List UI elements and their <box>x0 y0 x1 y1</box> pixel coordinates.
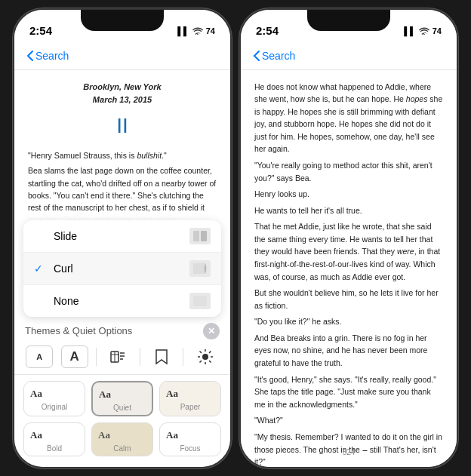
theme-label-calm: Calm <box>92 443 152 456</box>
separator-3 <box>183 348 183 366</box>
theme-label-bold: Bold <box>24 443 85 456</box>
theme-card-quiet[interactable]: Aa Quiet <box>91 381 153 416</box>
status-icons-left: ▌▌ 74 <box>177 26 215 35</box>
theme-card-bold[interactable]: Aa Bold <box>23 422 85 456</box>
theme-cards-grid: Aa Original Aa Quiet Aa Paper <box>14 375 230 467</box>
notch-right <box>307 10 390 31</box>
book-header: Brooklyn, New York March 13, 2015 II <box>28 81 217 142</box>
separator-2 <box>140 348 140 366</box>
left-phone: 2:54 ▌▌ 74 Search Brooklyn, New York Mar… <box>13 8 232 468</box>
svg-line-18 <box>209 351 211 352</box>
svg-rect-1 <box>193 231 199 241</box>
theme-text-focus: Aa <box>166 429 178 441</box>
back-button-right[interactable]: Search <box>253 50 295 62</box>
font-icon <box>109 349 126 365</box>
none-label: None <box>54 295 78 307</box>
slide-icon <box>189 228 211 244</box>
brightness-button[interactable] <box>192 345 219 368</box>
right-phone: 2:54 ▌▌ 74 Search He does not know what … <box>239 8 458 468</box>
brightness-icon <box>197 349 214 365</box>
bookmark-button[interactable] <box>148 345 175 368</box>
book-location: Brooklyn, New York March 13, 2015 <box>28 81 217 106</box>
bottom-overlay: Slide ✓ Curl <box>14 214 230 467</box>
status-icons-right: ▌▌ 74 <box>404 26 442 35</box>
book-content-right: He does not know what happened to Addie,… <box>241 70 457 468</box>
font-increase-button[interactable]: A <box>61 345 88 368</box>
back-chevron-icon <box>26 50 34 62</box>
theme-card-focus[interactable]: Aa Focus <box>159 422 221 456</box>
none-icon <box>189 293 211 309</box>
theme-text-paper: Aa <box>166 388 178 399</box>
theme-label-focus: Focus <box>160 443 220 456</box>
theme-text-original: Aa <box>30 388 42 399</box>
svg-point-11 <box>202 354 208 360</box>
svg-line-19 <box>199 361 201 362</box>
themes-label: Themes & Quiet Options <box>25 325 132 336</box>
themes-bar: Themes & Quiet Options ✕ <box>14 317 230 342</box>
book-content-left: Brooklyn, New York March 13, 2015 II "He… <box>14 70 230 229</box>
nav-bar-left[interactable]: Search <box>14 43 230 70</box>
theme-card-paper[interactable]: Aa Paper <box>159 381 221 416</box>
page-number: 524 <box>241 448 457 456</box>
theme-text-quiet: Aa <box>99 388 111 400</box>
status-time-right: 2:54 <box>256 24 279 37</box>
nav-bar-right[interactable]: Search <box>241 43 457 70</box>
theme-label-original: Original <box>24 401 85 414</box>
separator-1 <box>96 348 97 366</box>
reading-toolbar: A A <box>14 342 230 375</box>
svg-line-16 <box>199 351 201 352</box>
status-time-left: 2:54 <box>29 24 52 37</box>
wifi-icon-right <box>419 27 429 35</box>
svg-point-0 <box>197 33 199 34</box>
font-select-button[interactable] <box>104 345 131 368</box>
svg-rect-2 <box>201 231 207 241</box>
theme-label-quiet: Quiet <box>93 402 152 415</box>
phones-container: 2:54 ▌▌ 74 Search Brooklyn, New York Mar… <box>13 8 458 468</box>
theme-card-original[interactable]: Aa Original <box>23 381 85 416</box>
theme-label-paper: Paper <box>160 401 220 414</box>
slide-label: Slide <box>54 230 77 242</box>
theme-card-calm[interactable]: Aa Calm <box>91 422 153 456</box>
transition-menu: Slide ✓ Curl <box>23 220 221 317</box>
back-button-left[interactable]: Search <box>26 50 69 62</box>
transition-item-curl[interactable]: ✓ Curl <box>23 253 221 285</box>
svg-rect-3 <box>193 263 205 274</box>
curl-icon <box>189 260 211 277</box>
bookmark-icon <box>155 349 168 365</box>
theme-text-bold: Aa <box>30 429 42 441</box>
chapter-number: II <box>28 109 217 142</box>
theme-text-calm: Aa <box>98 429 110 441</box>
svg-rect-4 <box>193 296 207 306</box>
curl-label: Curl <box>54 263 73 275</box>
close-button[interactable]: ✕ <box>203 323 220 339</box>
svg-point-20 <box>423 33 425 34</box>
check-curl: ✓ <box>34 263 46 275</box>
notch <box>81 10 164 31</box>
back-chevron-icon-right <box>253 50 260 62</box>
svg-line-17 <box>209 361 211 362</box>
transition-item-none[interactable]: None <box>23 285 221 317</box>
transition-item-slide[interactable]: Slide <box>23 220 221 253</box>
font-decrease-button[interactable]: A <box>26 345 53 368</box>
wifi-icon <box>192 27 203 35</box>
